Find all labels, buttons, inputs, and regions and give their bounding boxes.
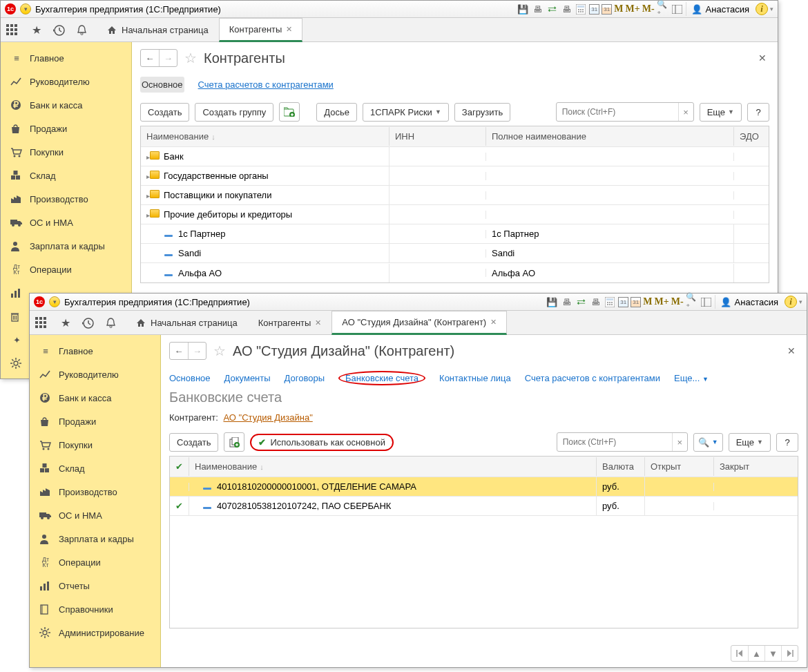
nav-main[interactable]: Основное (169, 373, 211, 383)
history-icon[interactable] (82, 317, 96, 329)
tab-studio[interactable]: АО "Студия Дизайна" (Контрагент) ✕ (331, 311, 507, 335)
sidebar-item-purchases[interactable]: Покупки (30, 433, 160, 457)
help-button[interactable]: ? (776, 433, 798, 452)
close-page-button[interactable]: ✕ (756, 50, 769, 66)
search-input[interactable] (557, 107, 678, 117)
sidebar-item-main[interactable]: ≡Главное (30, 339, 160, 363)
col-main-check[interactable]: ✔ (170, 457, 189, 476)
calendar-icon[interactable]: 31 (589, 4, 599, 15)
tab-contractors[interactable]: Контрагенты ✕ (219, 18, 303, 42)
col-inn[interactable]: ИНН (389, 127, 486, 146)
memory-mplus[interactable]: M+ (654, 296, 668, 307)
sidebar-item-salary[interactable]: Зарплата и кадры (1, 234, 131, 258)
search-box[interactable]: × (557, 432, 688, 452)
sidebar-item-sales[interactable]: Продажи (30, 410, 160, 433)
memory-m[interactable]: M (643, 296, 652, 307)
print-icon[interactable]: 🖶 (531, 3, 544, 15)
calc-icon[interactable] (575, 3, 587, 15)
calendar2-icon[interactable]: 31 (602, 4, 612, 15)
user-name[interactable]: Анастасия (706, 4, 749, 15)
list-item[interactable]: 1с Партнер1с Партнер (141, 224, 769, 244)
user-name[interactable]: Анастасия (735, 297, 778, 307)
nav-back-button[interactable]: ← (170, 343, 188, 359)
set-main-button[interactable]: ✔Использовать как основной (250, 434, 394, 451)
memory-mminus[interactable]: M- (642, 3, 655, 15)
apps-grid-icon[interactable] (6, 24, 20, 35)
nav-bank-accounts[interactable]: Банковские счета (338, 371, 425, 385)
compare-icon[interactable]: ⮂ (575, 296, 587, 308)
sidebar-item-admin[interactable]: Администрирование (30, 621, 160, 644)
copy-button[interactable] (224, 432, 244, 452)
page-up-button[interactable]: ▲ (748, 646, 764, 661)
sidebar-item-sales[interactable]: Продажи (1, 117, 131, 140)
sidebar-item-bank[interactable]: ₽Банк и касса (30, 386, 160, 410)
nav-accounts[interactable]: Счета расчетов с контрагентами (525, 373, 660, 383)
memory-m[interactable]: M (614, 3, 623, 15)
sidebar-item-assets[interactable]: ОС и НМА (30, 503, 160, 527)
col-full[interactable]: Полное наименование (486, 127, 734, 146)
tab-contractors[interactable]: Контрагенты ✕ (248, 311, 332, 334)
sidebar-item-bank[interactable]: ₽Банк и касса (1, 93, 131, 117)
bell-icon[interactable] (106, 317, 119, 329)
nav-contacts[interactable]: Контактные лица (439, 373, 511, 383)
load-button[interactable]: Загрузить (454, 103, 510, 122)
folder-row[interactable]: ▸Поставщики и покупатели (141, 186, 769, 205)
favorite-star-button[interactable]: ☆ (183, 50, 198, 66)
create-button[interactable]: Создать (140, 103, 189, 122)
panels-icon[interactable] (700, 296, 713, 308)
calendar-icon[interactable]: 31 (618, 297, 628, 307)
apps-grid-icon[interactable] (35, 317, 49, 328)
nav-forward-button[interactable]: → (159, 50, 177, 66)
nav-forward-button[interactable]: → (188, 343, 206, 359)
tab-home[interactable]: Начальная страница (125, 311, 248, 334)
save-icon[interactable]: 💾 (546, 296, 558, 308)
menu-round-button[interactable]: ▾ (49, 296, 60, 307)
account-row[interactable]: 40101810200000010001, ОТДЕЛЕНИЕ САМАРА р… (170, 477, 798, 497)
col-edo[interactable]: ЭДО (734, 127, 769, 146)
print2-icon[interactable]: 🖶 (560, 3, 573, 15)
help-button[interactable]: ? (747, 103, 769, 122)
subtab-accounts[interactable]: Счета расчетов с контрагентами (197, 77, 335, 93)
print2-icon[interactable]: 🖶 (589, 296, 602, 308)
info-button[interactable]: i (756, 3, 768, 15)
sidebar-item-manager[interactable]: Руководителю (1, 70, 131, 93)
calc-icon[interactable] (604, 296, 616, 308)
nav-back-button[interactable]: ← (141, 50, 159, 66)
more-button[interactable]: Еще▼ (700, 103, 742, 122)
page-down-button[interactable]: ▼ (764, 646, 781, 661)
sidebar-item-dictionaries[interactable]: Справочники (30, 597, 160, 621)
sidebar-item-production[interactable]: Производство (30, 480, 160, 503)
history-icon[interactable] (53, 24, 67, 36)
nav-more[interactable]: Еще... ▼ (674, 373, 709, 383)
zoom-icon[interactable]: 🔍⁺ (686, 296, 698, 308)
search-input[interactable] (557, 437, 672, 447)
close-page-button[interactable]: ✕ (785, 343, 798, 359)
page-last-button[interactable] (781, 646, 798, 661)
col-name[interactable]: Наименование (146, 131, 209, 142)
sidebar-item-reports[interactable]: Отчеты (30, 574, 160, 597)
compare-icon[interactable]: ⮂ (546, 3, 558, 15)
search-box[interactable]: × (556, 102, 694, 122)
sidebar-item-purchases[interactable]: Покупки (1, 140, 131, 164)
search-clear-button[interactable]: × (678, 103, 693, 121)
folder-row[interactable]: ▸Прочие дебиторы и кредиторы (141, 205, 769, 224)
account-row[interactable]: ✔ 40702810538120107242, ПАО СБЕРБАНК руб… (170, 497, 798, 516)
sidebar-item-production[interactable]: Производство (1, 187, 131, 211)
more-button[interactable]: Еще▼ (729, 433, 771, 452)
info-button[interactable]: i (785, 296, 797, 308)
sidebar-item-stock[interactable]: Склад (30, 457, 160, 480)
tab-close-icon[interactable]: ✕ (490, 318, 497, 327)
list-item[interactable]: Альфа АОАльфа АО (141, 263, 769, 282)
save-icon[interactable]: 💾 (517, 3, 529, 15)
panels-icon[interactable] (671, 3, 684, 15)
nav-docs[interactable]: Документы (224, 373, 271, 383)
spark-button[interactable]: 1СПАРК Риски▼ (363, 103, 449, 122)
sidebar-item-manager[interactable]: Руководителю (30, 363, 160, 386)
col-closed[interactable]: Закрыт (714, 457, 798, 476)
list-item[interactable]: SandiSandi (141, 244, 769, 263)
sidebar-item-assets[interactable]: ОС и НМА (1, 211, 131, 234)
sidebar-item-salary[interactable]: Зарплата и кадры (30, 527, 160, 550)
page-first-button[interactable] (731, 646, 748, 661)
contractor-link[interactable]: АО "Студия Дизайна" (223, 412, 312, 423)
sidebar-item-operations[interactable]: ДтКтОперации (30, 550, 160, 574)
